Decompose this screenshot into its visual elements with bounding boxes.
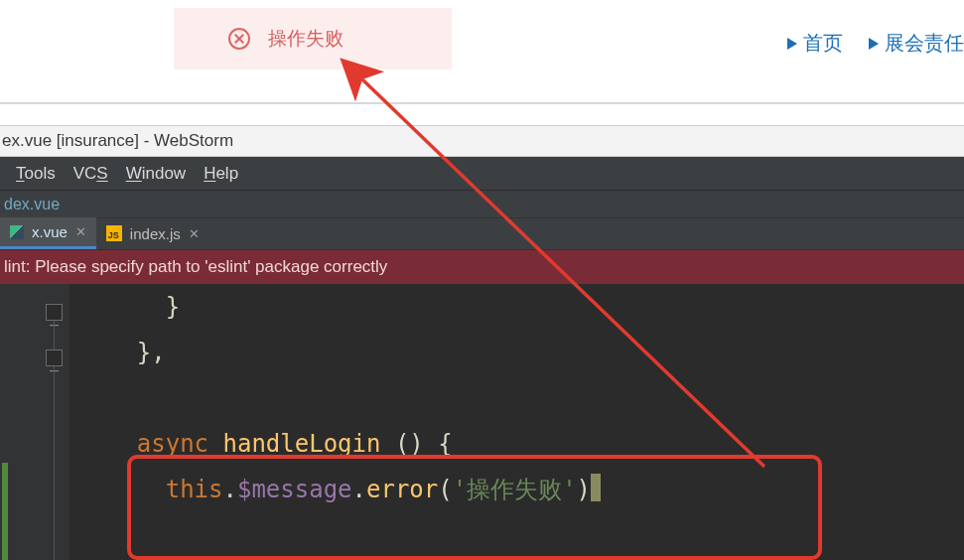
lint-warning-bar[interactable]: lint: Please specify path to 'eslint' pa… [0, 250, 964, 284]
code-line: }, [79, 330, 964, 375]
js-file-icon: JS [106, 225, 122, 241]
menu-tools[interactable]: Tools [16, 164, 56, 184]
tab-label: index.js [130, 225, 181, 242]
top-nav: 首页 展会责任 [787, 30, 964, 57]
fold-guide [54, 321, 55, 350]
code-line [79, 375, 964, 421]
menubar: Tools VCS Window Help [0, 157, 964, 191]
breadcrumb-text: dex.vue [4, 196, 60, 213]
nav-home-link[interactable]: 首页 [787, 30, 843, 57]
menu-help[interactable]: Help [204, 164, 238, 184]
triangle-right-icon [787, 38, 797, 50]
caret [591, 474, 601, 501]
code-line: } [79, 284, 964, 330]
error-circle-x-icon [228, 28, 250, 50]
error-toast: 操作失败 [174, 8, 452, 70]
triangle-right-icon [869, 38, 879, 50]
tab-index-js[interactable]: JS index.js ✕ [96, 217, 209, 249]
code-line: async handleLogin () { [79, 421, 964, 467]
tab-label: x.vue [32, 223, 68, 240]
close-icon[interactable]: ✕ [189, 226, 200, 241]
editor-gutter [0, 284, 69, 560]
fold-handle-icon[interactable] [46, 304, 63, 321]
tab-x-vue[interactable]: x.vue ✕ [0, 217, 96, 249]
nav-home-label: 首页 [803, 30, 843, 57]
fold-guide [54, 366, 55, 560]
breadcrumb[interactable]: dex.vue [0, 191, 964, 218]
nav-liability-link[interactable]: 展会责任 [869, 30, 964, 57]
lint-warning-text: lint: Please specify path to 'eslint' pa… [4, 257, 387, 277]
browser-top-region: 操作失败 首页 展会责任 [0, 0, 964, 104]
code-editor[interactable]: } }, async handleLogin () { this.$messag… [0, 284, 964, 560]
code-content: } }, async handleLogin () { this.$messag… [79, 284, 964, 512]
editor-tabbar: x.vue ✕ JS index.js ✕ [0, 218, 964, 250]
code-line-message-error: this.$message.error('操作失败') [79, 467, 964, 512]
menu-window[interactable]: Window [126, 164, 186, 184]
ide-window: ex.vue [insurance] - WebStorm Tools VCS … [0, 125, 964, 560]
ide-client: Tools VCS Window Help dex.vue x.vue ✕ JS… [0, 157, 964, 560]
close-icon[interactable]: ✕ [75, 224, 86, 239]
window-titlebar: ex.vue [insurance] - WebStorm [0, 125, 964, 157]
vue-file-icon [10, 225, 24, 239]
menu-vcs[interactable]: VCS [73, 164, 108, 184]
nav-liability-label: 展会责任 [885, 30, 964, 57]
fold-handle-icon[interactable] [46, 350, 63, 366]
window-title: ex.vue [insurance] - WebStorm [2, 131, 233, 151]
vcs-change-marker [2, 463, 8, 560]
separator [0, 102, 964, 104]
toast-message: 操作失败 [268, 26, 344, 52]
